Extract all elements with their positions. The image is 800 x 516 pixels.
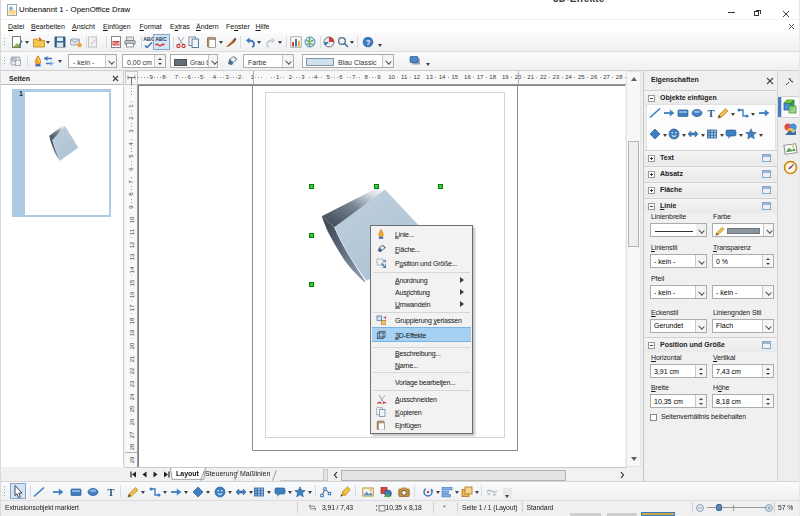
svg-text:?: ? [366, 38, 371, 47]
svg-text:PDF: PDF [113, 42, 120, 46]
svg-text:T: T [707, 108, 714, 119]
svg-text:ABC: ABC [155, 36, 167, 42]
svg-text:T: T [107, 487, 114, 498]
